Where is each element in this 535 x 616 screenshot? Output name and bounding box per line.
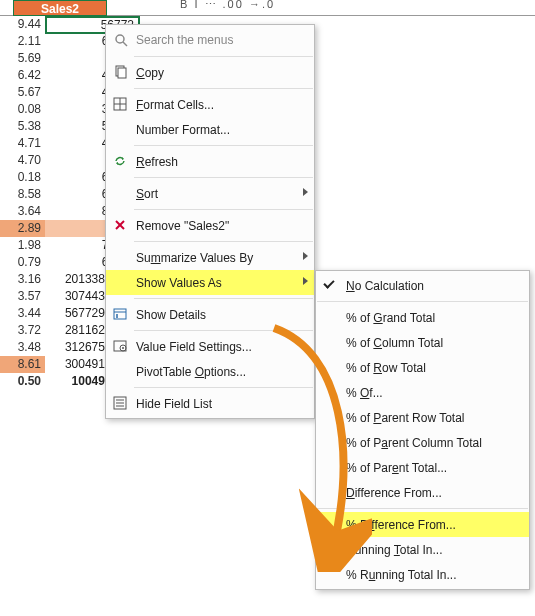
menu-item-label: Show Details [136, 308, 206, 322]
menu-separator [134, 145, 313, 146]
menu-item-label: Format Cells... [136, 98, 214, 112]
submenu-item-label: % of Grand Total [346, 311, 435, 325]
submenu-item[interactable]: % of Parent Total... [316, 455, 529, 480]
menu-separator [134, 88, 313, 89]
submenu-item-label: No Calculation [346, 279, 424, 293]
submenu-item[interactable]: % of Column Total [316, 330, 529, 355]
submenu-item-label: % of Parent Row Total [346, 411, 465, 425]
cell-col-a[interactable]: 4.70 [0, 152, 45, 169]
menu-item[interactable]: Refresh [106, 149, 314, 174]
submenu-item[interactable]: % of Grand Total [316, 305, 529, 330]
menu-separator [317, 508, 528, 509]
submenu-item[interactable]: % Running Total In... [316, 562, 529, 587]
menu-item[interactable]: Copy [106, 60, 314, 85]
cell-col-a[interactable]: 5.67 [0, 84, 45, 101]
cell-col-a[interactable]: 2.11 [0, 33, 45, 50]
menu-item-label: Value Field Settings... [136, 340, 252, 354]
svg-point-11 [116, 314, 118, 316]
cell-col-a[interactable]: 9.44 [0, 16, 45, 33]
cell-col-a[interactable]: 8.61 [0, 356, 45, 373]
show-values-as-submenu: No Calculation% of Grand Total% of Colum… [315, 270, 530, 590]
toolbar-fragment: B I ⋯ .00 →.0 [180, 0, 275, 11]
menu-item-label: Show Values As [136, 276, 222, 290]
submenu-item-label: % Of... [346, 386, 383, 400]
submenu-item[interactable]: Difference From... [316, 480, 529, 505]
cell-col-a[interactable]: 3.44 [0, 305, 45, 322]
menu-item[interactable]: Summarize Values By [106, 245, 314, 270]
menu-item[interactable]: Value Field Settings... [106, 334, 314, 359]
submenu-item-label: % of Parent Column Total [346, 436, 482, 450]
cell-col-a[interactable]: 3.72 [0, 322, 45, 339]
menu-item[interactable]: Sort [106, 181, 314, 206]
menu-item[interactable]: Format Cells... [106, 92, 314, 117]
cell-col-a[interactable]: 0.18 [0, 169, 45, 186]
menu-item[interactable]: PivotTable Options... [106, 359, 314, 384]
submenu-item[interactable]: % of Parent Row Total [316, 405, 529, 430]
format-cells-icon [112, 96, 128, 112]
cell-col-a[interactable]: 0.79 [0, 254, 45, 271]
search-placeholder: Search the menus [136, 33, 233, 47]
show-details-icon [112, 306, 128, 322]
menu-item-label: Number Format... [136, 123, 230, 137]
menu-item[interactable]: Remove "Sales2" [106, 213, 314, 238]
svg-point-0 [116, 35, 124, 43]
submenu-item[interactable]: % Difference From... [316, 512, 529, 537]
cell-col-a[interactable]: 5.38 [0, 118, 45, 135]
cell-col-a[interactable]: 1.98 [0, 237, 45, 254]
menu-separator [134, 298, 313, 299]
svg-line-1 [123, 42, 127, 46]
menu-separator [134, 209, 313, 210]
svg-point-15 [122, 347, 124, 349]
context-menu: Search the menus CopyFormat Cells...Numb… [105, 24, 315, 419]
submenu-item-label: % of Row Total [346, 361, 426, 375]
chevron-right-icon [303, 188, 308, 196]
menu-separator [134, 330, 313, 331]
search-icon [114, 33, 128, 47]
menu-item-label: Copy [136, 66, 164, 80]
refresh-icon [112, 153, 128, 169]
menu-item-label: Summarize Values By [136, 251, 253, 265]
submenu-item[interactable]: No Calculation [316, 273, 529, 298]
submenu-item-label: % of Parent Total... [346, 461, 447, 475]
menu-item[interactable]: Hide Field List [106, 391, 314, 416]
svg-rect-9 [114, 309, 126, 319]
cell-col-a[interactable]: 3.16 [0, 271, 45, 288]
submenu-item[interactable]: Running Total In... [316, 537, 529, 562]
cell-col-a[interactable]: 3.48 [0, 339, 45, 356]
menu-separator [134, 56, 313, 57]
submenu-item[interactable]: % Of... [316, 380, 529, 405]
menu-item-label: Sort [136, 187, 158, 201]
menu-separator [134, 177, 313, 178]
cell-col-a[interactable]: 6.42 [0, 67, 45, 84]
menu-item-label: Remove "Sales2" [136, 219, 229, 233]
svg-rect-3 [118, 68, 126, 78]
cell-col-a[interactable]: 5.69 [0, 50, 45, 67]
chevron-right-icon [303, 277, 308, 285]
svg-point-12 [116, 316, 118, 318]
cell-col-a[interactable]: 2.89 [0, 220, 45, 237]
submenu-item[interactable]: % of Row Total [316, 355, 529, 380]
field-list-icon [112, 395, 128, 411]
cell-col-a[interactable]: 3.64 [0, 203, 45, 220]
cell-col-a[interactable]: 3.57 [0, 288, 45, 305]
cell-col-a[interactable]: 0.50 [0, 373, 45, 390]
column-header-sales2[interactable]: Sales2 [13, 0, 107, 16]
menu-separator [134, 387, 313, 388]
menu-item[interactable]: Show Details [106, 302, 314, 327]
chevron-right-icon [303, 252, 308, 260]
menu-item-label: Hide Field List [136, 397, 212, 411]
menu-item-label: PivotTable Options... [136, 365, 246, 379]
submenu-item-label: % Running Total In... [346, 568, 457, 582]
cell-col-a[interactable]: 8.58 [0, 186, 45, 203]
menu-item[interactable]: Number Format... [106, 117, 314, 142]
menu-search[interactable]: Search the menus [106, 27, 314, 53]
menu-item[interactable]: Show Values As [106, 270, 314, 295]
cell-col-a[interactable]: 0.08 [0, 101, 45, 118]
checkmark-icon [324, 278, 336, 290]
submenu-item-label: Running Total In... [346, 543, 443, 557]
cell-col-a[interactable]: 4.71 [0, 135, 45, 152]
menu-separator [134, 241, 313, 242]
menu-separator [317, 301, 528, 302]
submenu-item[interactable]: % of Parent Column Total [316, 430, 529, 455]
submenu-item-label: % of Column Total [346, 336, 443, 350]
